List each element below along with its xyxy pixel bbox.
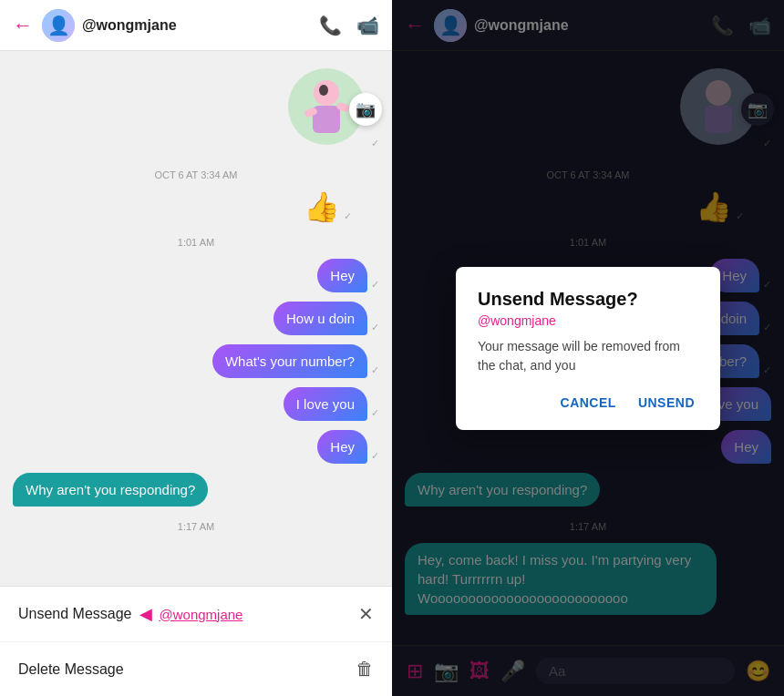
left-msg-hey2: Hey ✓ — [13, 430, 379, 464]
left-check4: ✓ — [371, 322, 379, 333]
left-camera-icon[interactable]: 📷 — [349, 93, 382, 126]
left-msg-why: Why aren't you responding? — [13, 473, 379, 507]
left-bubble-hey2[interactable]: Hey — [317, 430, 367, 464]
unsend-label-group: Unsend Message ◀ @wongmjane — [18, 604, 242, 624]
left-check2: ✓ — [344, 210, 352, 222]
left-check7: ✓ — [371, 450, 379, 462]
left-username: @wongmjane — [82, 17, 319, 34]
left-timestamp2: 1:01 AM — [13, 237, 379, 248]
left-chat-area: 📷 ✓ OCT 6 AT 3:34 AM 👍 ✓ 1:01 AM Hey — [0, 51, 392, 586]
left-call-icon[interactable]: 📞 — [319, 15, 342, 36]
unsend-message-item[interactable]: Unsend Message ◀ @wongmjane ✕ — [0, 587, 392, 642]
left-msg-how: How u doin ✓ — [13, 302, 379, 335]
left-bubble-hey[interactable]: Hey — [317, 259, 367, 292]
left-check1: ✓ — [371, 138, 379, 149]
left-thumbs-up: 👍 ✓ — [13, 189, 379, 224]
left-timestamp3: 1:17 AM — [13, 521, 379, 532]
left-msg-love: I love you ✓ — [13, 387, 379, 421]
left-header: ← 👤 @wongmjane 📞 📹 — [0, 0, 392, 51]
cancel-button[interactable]: CANCEL — [557, 390, 620, 415]
svg-point-5 — [319, 85, 328, 96]
modal-body: Your message will be removed from the ch… — [478, 337, 698, 375]
left-bubble-why[interactable]: Why aren't you responding? — [13, 473, 208, 507]
left-sticker-area: 📷 ✓ — [13, 60, 379, 157]
unsend-modal: Unsend Message? @wongmjane Your message … — [456, 267, 720, 430]
left-thumbs-icon: 👍 — [304, 189, 340, 224]
right-panel: ← 👤 @wongmjane 📞 📹 📷 ✓ OCT 6 AT 3:34 AM — [392, 0, 784, 696]
svg-rect-2 — [313, 106, 340, 133]
left-timestamp1: OCT 6 AT 3:34 AM — [13, 169, 379, 180]
delete-message-item[interactable]: Delete Message 🗑 — [0, 642, 392, 696]
modal-actions: CANCEL UNSEND — [478, 390, 698, 415]
unsend-arrow-icon: ◀ — [139, 604, 152, 624]
unsend-username: @wongmjane — [160, 607, 243, 622]
modal-username: @wongmjane — [478, 313, 698, 328]
left-check3: ✓ — [371, 279, 379, 291]
left-check6: ✓ — [371, 407, 379, 419]
left-panel: ← 👤 @wongmjane 📞 📹 📷 ✓ — [0, 0, 392, 696]
unsend-close-icon[interactable]: ✕ — [358, 603, 374, 625]
left-bubble-how[interactable]: How u doin — [273, 302, 367, 335]
left-check5: ✓ — [371, 364, 379, 376]
modal-overlay: Unsend Message? @wongmjane Your message … — [392, 0, 784, 696]
left-video-icon[interactable]: 📹 — [356, 15, 379, 36]
left-bubble-love[interactable]: I love you — [284, 387, 367, 421]
left-bubble-number[interactable]: What's your number? — [212, 344, 367, 378]
avatar-image: 👤 — [42, 9, 75, 42]
left-msg-number: What's your number? ✓ — [13, 344, 379, 378]
unsend-button[interactable]: UNSEND — [634, 390, 698, 415]
delete-trash-icon[interactable]: 🗑 — [356, 659, 374, 680]
left-avatar: 👤 — [42, 9, 75, 42]
delete-label: Delete Message — [18, 661, 124, 678]
left-header-icons: 📞 📹 — [319, 15, 379, 36]
unsend-label: Unsend Message — [18, 606, 132, 622]
left-back-button[interactable]: ← — [13, 14, 33, 37]
left-msg-hey: Hey ✓ — [13, 259, 379, 292]
modal-title: Unsend Message? — [478, 289, 698, 310]
left-action-sheet: Unsend Message ◀ @wongmjane ✕ Delete Mes… — [0, 586, 392, 696]
